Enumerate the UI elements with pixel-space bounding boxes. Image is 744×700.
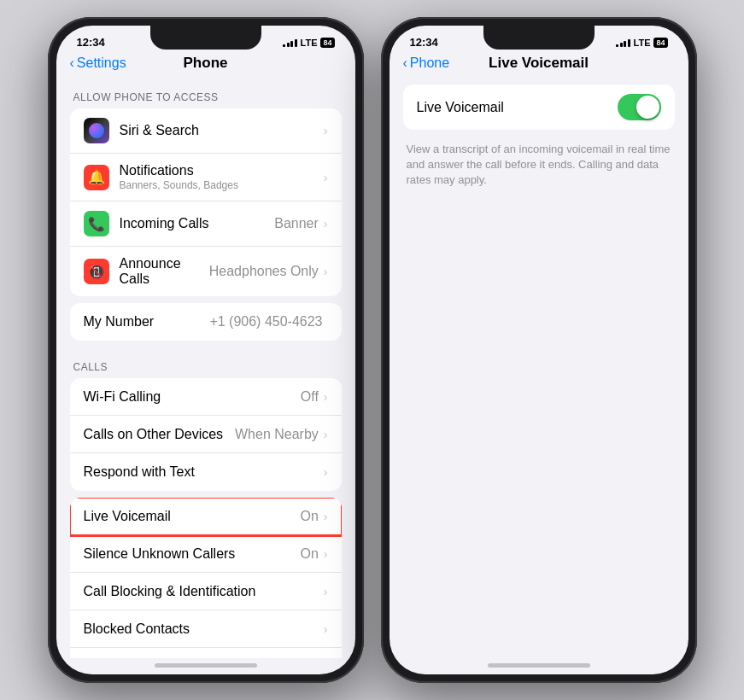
blocked-contacts-label: Blocked Contacts — [84, 621, 324, 637]
calls-other-devices-value: When Nearby — [235, 427, 319, 442]
blocked-contacts-text: Blocked Contacts — [84, 621, 324, 637]
respond-text-chevron: › — [324, 465, 328, 479]
nav-bar-1: ‹ Settings Phone — [56, 52, 355, 78]
back-label-2: Phone — [410, 55, 449, 71]
home-indicator-2 — [488, 663, 590, 668]
incoming-calls-value: Banner — [274, 216, 319, 231]
announce-calls-label: Announce Calls — [120, 256, 209, 287]
announce-calls-text: Announce Calls — [120, 256, 209, 287]
power-button-2[interactable] — [696, 145, 697, 196]
silence-unknown-row[interactable]: Silence Unknown Callers On › — [70, 535, 342, 573]
call-blocking-chevron: › — [324, 585, 328, 598]
settings-group-number: My Number +1 (906) 450-4623 — [70, 303, 342, 341]
my-number-value: +1 (906) 450-4623 — [209, 314, 322, 330]
announce-calls-value: Headphones Only — [209, 264, 319, 279]
siri-inner-icon — [89, 123, 104, 138]
signal-icon-1 — [283, 38, 297, 47]
phone-1: 12:34 LTE 84 ‹ Settings Phone — [48, 17, 364, 683]
status-right-2: LTE 84 — [616, 38, 667, 48]
wifi-calling-row[interactable]: Wi-Fi Calling Off › — [70, 378, 342, 416]
page-title-1: Phone — [184, 55, 228, 72]
live-voicemail-chevron: › — [324, 510, 328, 523]
call-blocking-text: Call Blocking & Identification — [84, 584, 324, 599]
wifi-calling-chevron: › — [324, 390, 328, 404]
settings-group-allow: Siri & Search › 🔔 Notifications Banners,… — [70, 108, 342, 296]
blocked-contacts-chevron: › — [324, 622, 328, 636]
lv-toggle-switch[interactable] — [618, 94, 661, 120]
my-number-text: My Number — [84, 314, 210, 330]
notifications-text: Notifications Banners, Sounds, Badges — [120, 163, 324, 191]
live-voicemail-row[interactable]: Live Voicemail On › — [70, 498, 342, 535]
volume-up-button-2[interactable] — [381, 128, 382, 158]
phone-red-icon: 📵 — [88, 264, 105, 280]
silent-switch[interactable] — [48, 94, 49, 118]
settings-group-calls: Wi-Fi Calling Off › Calls on Other Devic… — [70, 378, 342, 491]
announce-calls-row[interactable]: 📵 Announce Calls Headphones Only › — [70, 247, 342, 296]
silence-unknown-chevron: › — [324, 547, 328, 561]
wifi-calling-label: Wi-Fi Calling — [84, 389, 301, 405]
lv-toggle-row[interactable]: Live Voicemail — [403, 85, 675, 130]
lte-label-1: LTE — [301, 38, 318, 48]
silence-unknown-label: Silence Unknown Callers — [84, 546, 301, 562]
lv-toggle-text: Live Voicemail — [417, 100, 618, 115]
wifi-calling-text: Wi-Fi Calling — [84, 389, 301, 405]
notifications-icon: 🔔 — [84, 165, 109, 190]
siri-icon — [84, 118, 109, 143]
screen-content-2: Live Voicemail View a transcript of an i… — [390, 78, 688, 658]
power-button[interactable] — [363, 145, 364, 196]
time-display-2: 12:34 — [410, 36, 438, 49]
notifications-row[interactable]: 🔔 Notifications Banners, Sounds, Badges … — [70, 154, 342, 201]
siri-chevron: › — [324, 124, 328, 137]
respond-text-label: Respond with Text — [84, 464, 324, 480]
chevron-left-icon-2: ‹ — [403, 55, 407, 71]
volume-up-button[interactable] — [48, 128, 49, 158]
call-blocking-row[interactable]: Call Blocking & Identification › — [70, 573, 342, 610]
toggle-knob — [636, 96, 659, 119]
time-display-1: 12:34 — [77, 36, 105, 49]
phone-2-screen: 12:34 LTE 84 ‹ Phone Live Voicemail — [390, 26, 688, 674]
blocked-contacts-row[interactable]: Blocked Contacts › — [70, 610, 342, 648]
incoming-calls-row[interactable]: 📞 Incoming Calls Banner › — [70, 201, 342, 247]
my-number-row[interactable]: My Number +1 (906) 450-4623 — [70, 303, 342, 341]
volume-down-button[interactable] — [48, 169, 49, 199]
notifications-chevron: › — [324, 171, 328, 184]
incoming-calls-chevron: › — [324, 217, 328, 230]
announce-calls-chevron: › — [324, 265, 328, 278]
incoming-calls-text: Incoming Calls — [120, 216, 275, 231]
signal-icon-2 — [616, 38, 630, 47]
phone-1-screen: 12:34 LTE 84 ‹ Settings Phone — [56, 26, 355, 674]
section-header-allow: ALLOW PHONE TO ACCESS — [56, 78, 355, 108]
siri-search-row[interactable]: Siri & Search › — [70, 108, 342, 154]
calls-other-devices-chevron: › — [324, 428, 328, 441]
phone-green-icon: 📞 — [88, 216, 105, 232]
lv-toggle-label: Live Voicemail — [417, 100, 618, 115]
calls-other-devices-text: Calls on Other Devices — [84, 427, 236, 442]
notifications-sublabel: Banners, Sounds, Badges — [120, 179, 324, 191]
back-button-2[interactable]: ‹ Phone — [403, 55, 450, 71]
siri-search-label: Siri & Search — [120, 123, 324, 138]
incoming-calls-label: Incoming Calls — [120, 216, 275, 231]
live-voicemail-value: On — [300, 509, 318, 524]
live-voicemail-text: Live Voicemail — [84, 509, 301, 524]
back-button-1[interactable]: ‹ Settings — [70, 55, 126, 71]
respond-text-row[interactable]: Respond with Text › — [70, 453, 342, 491]
notch — [150, 26, 261, 50]
settings-group-lv: Live Voicemail — [403, 85, 675, 130]
bell-icon: 🔔 — [88, 169, 105, 185]
volume-down-button-2[interactable] — [381, 169, 382, 199]
status-right-1: LTE 84 — [283, 38, 334, 48]
screen-content-1: ALLOW PHONE TO ACCESS Siri & Search › 🔔 — [56, 78, 355, 658]
chevron-left-icon-1: ‹ — [70, 55, 74, 71]
calls-other-devices-row[interactable]: Calls on Other Devices When Nearby › — [70, 416, 342, 453]
silent-switch-2[interactable] — [381, 94, 382, 118]
my-number-label: My Number — [84, 314, 210, 330]
live-voicemail-label: Live Voicemail — [84, 509, 301, 524]
siri-search-text: Siri & Search — [120, 123, 324, 138]
respond-text-text: Respond with Text — [84, 464, 324, 480]
back-label-1: Settings — [77, 55, 126, 71]
battery-badge-2: 84 — [653, 38, 667, 48]
call-blocking-label: Call Blocking & Identification — [84, 584, 324, 599]
wifi-calling-value: Off — [301, 389, 319, 405]
battery-badge-1: 84 — [320, 38, 334, 48]
sms-call-reporting-row[interactable]: SMS/Call Reporting › — [70, 648, 342, 658]
